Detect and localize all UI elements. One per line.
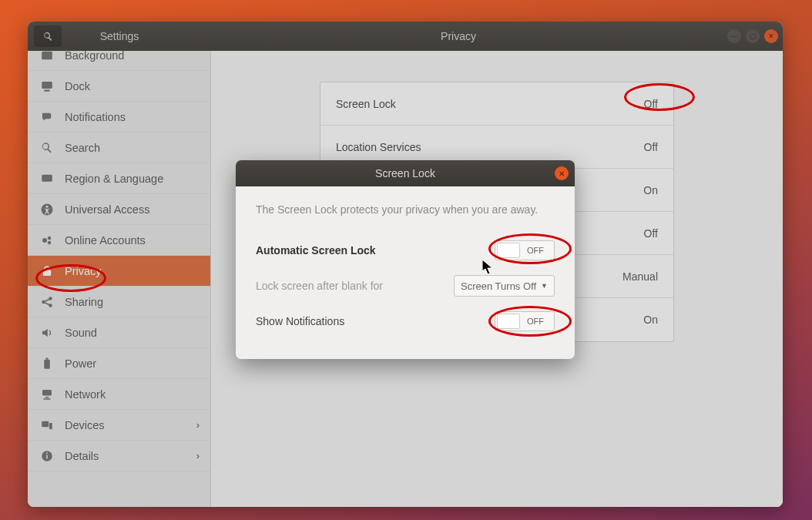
svg-rect-19 [44, 398, 51, 400]
background-icon [40, 51, 54, 62]
sidebar-item-label: Online Accounts [65, 234, 146, 247]
devices-icon [40, 418, 54, 432]
search-icon [40, 141, 54, 155]
sidebar-item-label: Power [65, 357, 96, 370]
sidebar-item-label: Sharing [65, 296, 103, 308]
row-label: Screen Lock [336, 98, 396, 110]
svg-point-8 [42, 238, 47, 243]
dialog-titlebar: Screen Lock ✕ [236, 160, 575, 186]
svg-rect-3 [42, 174, 52, 181]
dialog-title: Screen Lock [375, 167, 435, 179]
sidebar-item-power[interactable]: Power [28, 348, 210, 379]
lock-after-label: Lock screen after blank for [256, 280, 383, 292]
network-icon [40, 387, 54, 401]
svg-point-24 [46, 452, 48, 454]
svg-rect-1 [42, 82, 52, 89]
svg-rect-4 [44, 176, 51, 178]
dialog-description: The Screen Lock protects your privacy wh… [256, 203, 555, 216]
auto-lock-label: Automatic Screen Lock [256, 244, 376, 257]
show-notifications-label: Show Notifications [256, 315, 344, 327]
sidebar-item-label: Region & Language [65, 173, 163, 185]
chevron-right-icon: › [196, 419, 200, 431]
svg-rect-23 [46, 455, 48, 458]
svg-rect-21 [49, 423, 52, 429]
row-value: On [643, 314, 658, 326]
details-icon [40, 449, 54, 463]
sidebar-item-notifications[interactable]: Notifications [28, 102, 210, 133]
sidebar-item-universal-access[interactable]: Universal Access [28, 194, 210, 225]
window-controls: — ▢ ✕ [727, 22, 778, 51]
close-button[interactable]: ✕ [764, 29, 778, 43]
privacy-icon [40, 264, 54, 278]
page-title: Privacy [211, 30, 706, 42]
search-button[interactable] [34, 25, 62, 47]
svg-point-10 [48, 240, 52, 244]
sidebar-item-dock[interactable]: Dock [28, 71, 210, 102]
svg-rect-16 [46, 357, 49, 359]
row-value: On [643, 184, 658, 196]
sidebar-item-label: Network [65, 388, 106, 401]
sidebar-item-label: Sound [65, 327, 97, 339]
svg-rect-15 [44, 359, 50, 368]
sound-icon [40, 326, 54, 340]
maximize-button[interactable]: ▢ [746, 29, 760, 43]
svg-rect-20 [42, 421, 49, 427]
sidebar-item-region[interactable]: Region & Language [28, 163, 210, 194]
sidebar-item-label: Notifications [65, 111, 126, 123]
svg-rect-11 [43, 270, 52, 276]
sidebar-item-label: Dock [65, 80, 90, 92]
sidebar-item-sharing[interactable]: Sharing [28, 287, 210, 317]
show-notifications-toggle[interactable]: OFF [495, 311, 555, 331]
search-icon [42, 31, 54, 42]
toggle-state: OFF [522, 317, 554, 326]
row-value: Off [644, 141, 658, 153]
svg-rect-2 [44, 89, 50, 91]
svg-point-7 [46, 205, 49, 207]
toggle-state: OFF [522, 246, 554, 255]
svg-rect-17 [42, 390, 52, 396]
sidebar-item-label: Universal Access [65, 203, 149, 216]
sidebar-item-online-accounts[interactable]: Online Accounts [28, 225, 210, 256]
chevron-down-icon: ▼ [541, 282, 548, 290]
sidebar-item-label: Privacy [65, 265, 102, 277]
online-accounts-icon [40, 233, 54, 247]
sidebar-item-background[interactable]: Background [28, 51, 210, 71]
sidebar-item-label: Background [65, 51, 124, 62]
sidebar-item-privacy[interactable]: Privacy [28, 256, 210, 287]
screen-lock-dialog: Screen Lock ✕ The Screen Lock protects y… [236, 160, 575, 359]
row-value: Off [644, 98, 658, 110]
sidebar-item-network[interactable]: Network [28, 379, 210, 410]
region-icon [40, 172, 54, 186]
notifications-icon [40, 110, 54, 124]
chevron-right-icon: › [196, 450, 200, 461]
toggle-knob [497, 243, 520, 258]
sidebar-item-label: Devices [65, 419, 105, 431]
dock-icon [40, 79, 54, 93]
sidebar-item-label: Details [65, 450, 99, 462]
row-value: Manual [622, 270, 658, 283]
minimize-button[interactable]: — [727, 29, 741, 43]
dialog-close-button[interactable]: ✕ [555, 166, 569, 180]
sharing-icon [40, 295, 54, 309]
sidebar-item-search[interactable]: Search [28, 133, 210, 163]
combo-value: Screen Turns Off [461, 280, 536, 292]
svg-rect-5 [44, 179, 49, 180]
toggle-knob [497, 314, 520, 329]
sidebar-item-details[interactable]: Details › [28, 441, 210, 471]
row-screen-lock[interactable]: Screen Lock Off [320, 82, 673, 126]
svg-rect-0 [42, 51, 52, 59]
row-label: Location Services [336, 141, 421, 153]
sidebar: Background Dock Notifications Search Reg… [28, 51, 211, 507]
svg-point-9 [48, 236, 52, 240]
auto-lock-toggle[interactable]: OFF [495, 240, 555, 260]
power-icon [40, 357, 54, 371]
row-value: Off [644, 227, 658, 240]
titlebar: Settings Privacy — ▢ ✕ [28, 22, 783, 51]
svg-rect-18 [45, 397, 49, 398]
accessibility-icon [40, 203, 54, 216]
sidebar-item-label: Search [65, 142, 100, 154]
lock-after-combo[interactable]: Screen Turns Off ▼ [454, 275, 555, 297]
sidebar-item-devices[interactable]: Devices › [28, 410, 210, 441]
sidebar-item-sound[interactable]: Sound [28, 317, 210, 348]
